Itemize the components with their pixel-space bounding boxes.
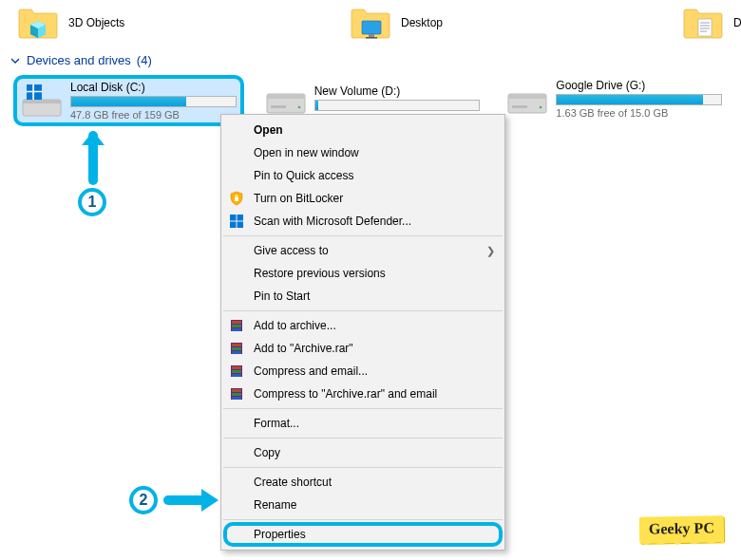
annotation-badge-1: 1: [78, 188, 106, 216]
svg-rect-36: [232, 344, 241, 346]
defender-icon: [229, 214, 244, 229]
chevron-down-icon: [10, 55, 21, 66]
context-menu-item[interactable]: Pin to Quick access: [221, 164, 504, 187]
folder-label: Desktop: [401, 16, 443, 29]
folder-documents[interactable]: Documents: [682, 6, 741, 40]
svg-rect-14: [27, 92, 33, 100]
rar-icon: [229, 341, 244, 356]
svg-rect-12: [27, 84, 33, 91]
svg-rect-29: [230, 222, 237, 229]
context-menu-item-label: Open in new window: [254, 146, 359, 159]
context-menu-separator: [223, 235, 503, 236]
context-menu-separator: [223, 438, 503, 439]
context-menu-separator: [223, 467, 503, 468]
context-menu-item-label: Pin to Start: [254, 289, 310, 303]
svg-rect-41: [232, 370, 241, 373]
context-menu-item[interactable]: Scan with Microsoft Defender...: [221, 210, 504, 233]
drive-icon: [265, 81, 307, 117]
devices-section-header[interactable]: Devices and drives (4): [0, 47, 741, 71]
context-menu: OpenOpen in new windowPin to Quick acces…: [220, 114, 505, 551]
drive-status: 1.63 GB free of 15.0 GB: [556, 107, 722, 119]
context-menu-item[interactable]: Properties: [221, 523, 504, 546]
svg-rect-21: [271, 105, 286, 108]
watermark: Geeky PC: [639, 515, 724, 544]
context-menu-item[interactable]: Compress and email...: [221, 360, 504, 383]
chevron-right-icon: ❯: [486, 245, 495, 257]
context-menu-separator: [223, 519, 503, 520]
svg-rect-13: [34, 84, 42, 91]
svg-rect-27: [230, 215, 237, 221]
folder-3d-objects[interactable]: 3D Objects: [17, 6, 179, 40]
annotation-badge-2: 2: [129, 486, 158, 514]
rar-icon: [229, 318, 244, 333]
svg-rect-25: [512, 105, 527, 108]
context-menu-item-label: Open: [254, 123, 283, 137]
context-menu-item[interactable]: Open: [221, 119, 504, 141]
drive-name: Local Disk (C:): [70, 81, 237, 94]
context-menu-item[interactable]: Turn on BitLocker: [221, 187, 504, 210]
svg-rect-26: [235, 197, 238, 201]
drive-icon: [506, 81, 548, 117]
folder-desktop-icon: [350, 6, 391, 40]
context-menu-item-label: Compress to "Archive.rar" and email: [254, 387, 437, 401]
drive-name: New Volume (D:): [314, 84, 481, 98]
svg-rect-42: [232, 374, 241, 377]
context-menu-item-label: Give access to: [254, 244, 329, 257]
context-menu-item[interactable]: Compress to "Archive.rar" and email: [221, 383, 504, 405]
section-count: (4): [137, 53, 152, 67]
svg-rect-0: [362, 21, 381, 34]
svg-rect-30: [238, 222, 244, 229]
annotation-arrow-1: [76, 128, 114, 185]
svg-rect-32: [232, 321, 241, 324]
drive-usage-bar: [70, 96, 237, 107]
svg-rect-38: [232, 351, 241, 354]
drive-usage-bar: [556, 94, 722, 105]
context-menu-item-label: Add to "Archive.rar": [254, 342, 353, 355]
svg-point-24: [540, 106, 542, 109]
svg-rect-44: [232, 389, 241, 392]
context-menu-item[interactable]: Add to "Archive.rar": [221, 337, 504, 360]
folder-desktop[interactable]: Desktop: [350, 6, 511, 40]
context-menu-item[interactable]: Restore previous versions: [221, 262, 504, 285]
folder-label: 3D Objects: [68, 16, 124, 29]
context-menu-item[interactable]: Create shortcut: [221, 471, 504, 494]
shield-icon: [229, 191, 244, 206]
drive-icon: [21, 83, 63, 119]
context-menu-item-label: Add to archive...: [254, 319, 336, 332]
svg-rect-15: [34, 92, 42, 100]
drive-status: 47.8 GB free of 159 GB: [70, 109, 237, 121]
context-menu-item[interactable]: Pin to Start: [221, 285, 504, 308]
rar-icon: [229, 386, 244, 401]
folder-3d-objects-icon: [17, 6, 59, 40]
context-menu-item-label: Create shortcut: [254, 476, 332, 489]
svg-rect-3: [366, 37, 377, 39]
context-menu-item-label: Format...: [254, 417, 299, 430]
drive-item-0[interactable]: Local Disk (C:) 47.8 GB free of 159 GB: [13, 75, 244, 126]
folder-label: Documents: [733, 16, 741, 29]
context-menu-separator: [223, 310, 503, 311]
svg-rect-34: [232, 328, 241, 331]
context-menu-item-label: Restore previous versions: [254, 267, 386, 280]
svg-rect-28: [238, 215, 244, 221]
context-menu-item[interactable]: Rename: [221, 494, 504, 516]
context-menu-item-label: Pin to Quick access: [254, 169, 353, 182]
folder-documents-icon: [682, 6, 724, 40]
context-menu-item[interactable]: Open in new window: [221, 141, 504, 164]
context-menu-item-label: Turn on BitLocker: [254, 192, 343, 205]
drive-name: Google Drive (G:): [556, 79, 722, 92]
svg-rect-10: [23, 100, 61, 103]
svg-rect-2: [369, 34, 374, 37]
context-menu-item[interactable]: Copy: [221, 441, 504, 464]
svg-rect-4: [698, 19, 712, 36]
context-menu-item[interactable]: Format...: [221, 412, 504, 435]
context-menu-item-label: Properties: [254, 528, 306, 541]
svg-rect-33: [232, 325, 241, 327]
svg-point-20: [297, 106, 300, 109]
svg-rect-37: [232, 347, 241, 350]
context-menu-item[interactable]: Add to archive...: [221, 314, 504, 337]
svg-rect-23: [508, 94, 546, 99]
drive-item-2[interactable]: Google Drive (G:) 1.63 GB free of 15.0 G…: [503, 75, 728, 122]
context-menu-item[interactable]: Give access to❯: [221, 239, 504, 262]
svg-rect-45: [232, 393, 241, 396]
context-menu-item-label: Rename: [254, 498, 296, 512]
